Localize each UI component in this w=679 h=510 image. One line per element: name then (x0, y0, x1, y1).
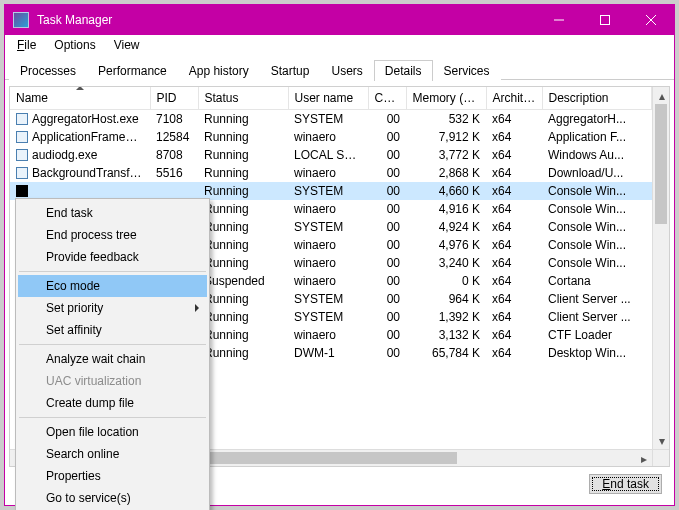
ctx-end-process-tree[interactable]: End process tree (18, 224, 207, 246)
table-row[interactable]: audiodg.exe8708RunningLOCAL SE...003,772… (10, 146, 652, 164)
cell-user: SYSTEM (288, 182, 368, 200)
ctx-set-affinity[interactable]: Set affinity (18, 319, 207, 341)
cell-user: winaero (288, 326, 368, 344)
col-pid[interactable]: PID (150, 87, 198, 110)
ctx-uac-virtualization: UAC virtualization (18, 370, 207, 392)
cell-user: winaero (288, 164, 368, 182)
ctx-open-file-location[interactable]: Open file location (18, 421, 207, 443)
cell-mem: 4,660 K (406, 182, 486, 200)
cell-cpu: 00 (368, 290, 406, 308)
cell-mem: 3,132 K (406, 326, 486, 344)
cell-arch: x64 (486, 254, 542, 272)
cell-status: Running (198, 308, 288, 326)
scroll-right-icon[interactable]: ▸ (635, 450, 652, 467)
scroll-up-icon[interactable]: ▴ (653, 87, 670, 104)
cell-arch: x64 (486, 290, 542, 308)
ctx-search-online[interactable]: Search online (18, 443, 207, 465)
tab-startup[interactable]: Startup (260, 60, 321, 81)
vertical-scrollbar[interactable]: ▴ ▾ (652, 87, 669, 449)
col-description[interactable]: Description (542, 87, 652, 110)
cell-pid: 12584 (150, 128, 198, 146)
tab-processes[interactable]: Processes (9, 60, 87, 81)
process-icon (16, 167, 28, 179)
cell-mem: 4,976 K (406, 236, 486, 254)
cell-desc: Console Win... (542, 200, 652, 218)
cell-user: winaero (288, 200, 368, 218)
cell-user: winaero (288, 128, 368, 146)
col-architecture[interactable]: Archite... (486, 87, 542, 110)
cell-cpu: 00 (368, 128, 406, 146)
end-task-button[interactable]: End task (589, 474, 662, 494)
close-button[interactable] (628, 5, 674, 35)
cell-arch: x64 (486, 272, 542, 290)
tab-app-history[interactable]: App history (178, 60, 260, 81)
close-icon (646, 15, 656, 25)
col-user[interactable]: User name (288, 87, 368, 110)
ctx-go-to-services[interactable]: Go to service(s) (18, 487, 207, 509)
ctx-separator (19, 271, 206, 272)
cell-mem: 0 K (406, 272, 486, 290)
window-title: Task Manager (37, 13, 112, 27)
col-cpu[interactable]: CPU (368, 87, 406, 110)
cell-mem: 3,772 K (406, 146, 486, 164)
cell-user: SYSTEM (288, 290, 368, 308)
menu-options[interactable]: Options (46, 36, 103, 54)
cell-user: winaero (288, 254, 368, 272)
cell-status: Running (198, 110, 288, 128)
process-icon (16, 149, 28, 161)
cell-status: Running (198, 164, 288, 182)
ctx-create-dump-file[interactable]: Create dump file (18, 392, 207, 414)
ctx-analyze-wait-chain[interactable]: Analyze wait chain (18, 348, 207, 370)
cell-cpu: 00 (368, 254, 406, 272)
cell-arch: x64 (486, 326, 542, 344)
cell-cpu: 00 (368, 146, 406, 164)
cell-cpu: 00 (368, 200, 406, 218)
cell-desc: Cortana (542, 272, 652, 290)
col-status[interactable]: Status (198, 87, 288, 110)
cell-name: AggregatorHost.exe (10, 110, 150, 128)
cell-arch: x64 (486, 164, 542, 182)
table-row[interactable]: AggregatorHost.exe7108RunningSYSTEM00532… (10, 110, 652, 128)
tab-details[interactable]: Details (374, 60, 433, 81)
menu-file[interactable]: File (9, 36, 44, 54)
cell-cpu: 00 (368, 218, 406, 236)
cell-desc: Client Server ... (542, 308, 652, 326)
col-memory[interactable]: Memory (a... (406, 87, 486, 110)
table-row[interactable]: ApplicationFrameHo...12584Runningwinaero… (10, 128, 652, 146)
cell-arch: x64 (486, 218, 542, 236)
ctx-provide-feedback[interactable]: Provide feedback (18, 246, 207, 268)
cell-desc: Console Win... (542, 218, 652, 236)
cell-mem: 1,392 K (406, 308, 486, 326)
titlebar[interactable]: Task Manager (5, 5, 674, 35)
col-name[interactable]: Name (10, 87, 150, 110)
cell-status: Running (198, 344, 288, 362)
process-icon (16, 113, 28, 125)
menu-view[interactable]: View (106, 36, 148, 54)
ctx-set-priority[interactable]: Set priority (18, 297, 207, 319)
table-row[interactable]: BackgroundTransfer...5516Runningwinaero0… (10, 164, 652, 182)
cell-desc: AggregatorH... (542, 110, 652, 128)
cell-status: Running (198, 200, 288, 218)
cell-status: Running (198, 128, 288, 146)
cell-mem: 7,912 K (406, 128, 486, 146)
ctx-end-task[interactable]: End task (18, 202, 207, 224)
cell-pid (150, 182, 198, 200)
ctx-separator (19, 417, 206, 418)
tab-services[interactable]: Services (433, 60, 501, 81)
tab-users[interactable]: Users (320, 60, 373, 81)
minimize-button[interactable] (536, 5, 582, 35)
cell-cpu: 00 (368, 272, 406, 290)
tab-performance[interactable]: Performance (87, 60, 178, 81)
ctx-properties[interactable]: Properties (18, 465, 207, 487)
ctx-eco-mode[interactable]: Eco mode (18, 275, 207, 297)
scroll-down-icon[interactable]: ▾ (653, 432, 670, 449)
vscroll-thumb[interactable] (655, 104, 667, 224)
cell-status: Running (198, 326, 288, 344)
cell-arch: x64 (486, 128, 542, 146)
table-row[interactable]: RunningSYSTEM004,660 Kx64Console Win... (10, 182, 652, 200)
cell-desc: Application F... (542, 128, 652, 146)
cell-user: winaero (288, 236, 368, 254)
maximize-button[interactable] (582, 5, 628, 35)
cell-desc: Console Win... (542, 236, 652, 254)
cell-arch: x64 (486, 344, 542, 362)
